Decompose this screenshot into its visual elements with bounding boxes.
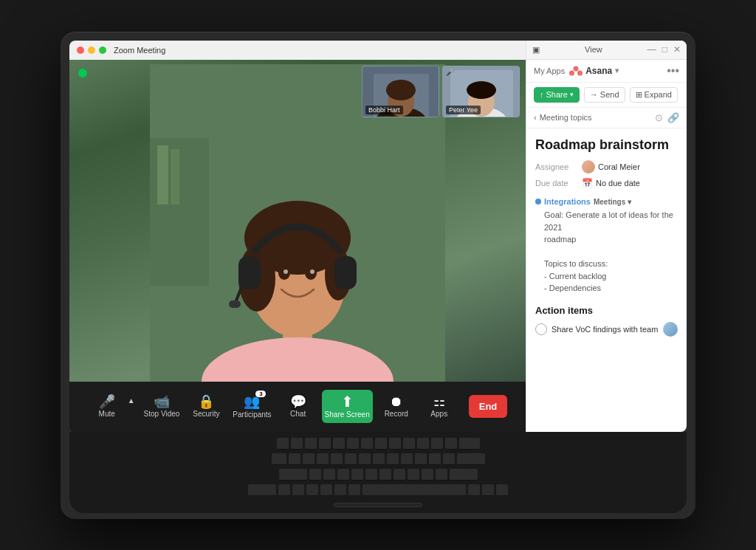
zoom-titlebar: Zoom Meeting	[69, 41, 526, 60]
titlebar-maximize[interactable]: □	[662, 44, 667, 55]
stop-video-button[interactable]: 📹 Stop Video	[141, 391, 183, 422]
end-meeting-button[interactable]: End	[469, 395, 508, 418]
key	[361, 438, 373, 450]
assignee-avatar	[582, 160, 595, 173]
svg-rect-15	[334, 256, 357, 289]
online-indicator	[78, 69, 87, 78]
key	[345, 453, 357, 465]
integrations-section: Integrations Meetings ▾ Goal: Generate a…	[535, 197, 678, 295]
svg-point-12	[284, 269, 288, 274]
share-button[interactable]: ↑ Share ▾	[534, 87, 580, 103]
nav-link-icon[interactable]: 🔗	[667, 112, 679, 123]
task-meta: Assignee Coral Meier Due date 📅 No due d…	[535, 160, 678, 188]
key	[450, 469, 478, 481]
record-label: Record	[385, 410, 408, 418]
action-item-check[interactable]	[535, 323, 547, 335]
key	[272, 453, 286, 465]
maximize-button[interactable]	[99, 47, 106, 54]
titlebar-minimize[interactable]: —	[647, 44, 656, 55]
expand-button[interactable]: ⊞ Expand	[630, 87, 678, 103]
meeting-topics-link[interactable]: ‹ Meeting topics	[534, 113, 592, 122]
description-line-4: - Current backlog	[544, 272, 606, 281]
key	[422, 469, 433, 481]
asana-app-name: Asana	[585, 66, 612, 76]
key	[445, 438, 457, 450]
titlebar-close[interactable]: ✕	[673, 44, 681, 55]
shift-key	[248, 484, 276, 496]
close-button[interactable]	[77, 47, 84, 54]
record-button[interactable]: ⏺ Record	[377, 391, 416, 422]
key	[289, 453, 300, 465]
peter-yee-mic-icon: 🎤	[446, 69, 454, 76]
key	[373, 453, 385, 465]
key	[359, 453, 371, 465]
app-selector[interactable]: My Apps Asana ▾	[534, 64, 619, 78]
asana-app-header: My Apps Asana ▾ •••	[526, 60, 687, 83]
asana-titlebar: ▣ View — □ ✕	[526, 41, 687, 60]
key	[365, 469, 377, 481]
key	[387, 453, 399, 465]
key	[347, 438, 359, 450]
calendar-icon: 📅	[582, 178, 593, 188]
chat-icon: 💬	[290, 395, 306, 408]
asana-breadcrumb-nav: ‹ Meeting topics ⊙ 🔗	[526, 108, 687, 128]
security-button[interactable]: 🔒 Security	[187, 391, 225, 422]
assignee-row: Assignee Coral Meier	[535, 160, 678, 173]
description-line-1: Goal: Generate a lot of ideas for the 20…	[544, 210, 673, 232]
svg-rect-3	[171, 149, 179, 204]
tablet-body: Zoom Meeting	[61, 32, 695, 519]
due-date-label: Due date	[535, 179, 576, 188]
chat-button[interactable]: 💬 Chat	[279, 391, 317, 422]
key	[443, 453, 455, 465]
share-screen-button[interactable]: ⬆ Share Screen	[322, 390, 373, 423]
integrations-content: Goal: Generate a lot of ideas for the 20…	[535, 209, 678, 295]
thumbnail-peter-yee[interactable]: 🎤 Peter Yee	[442, 66, 520, 117]
action-item-1-text: Share VoC findings with team	[551, 325, 658, 334]
assignee-value: Coral Meier	[582, 160, 640, 173]
key	[457, 453, 485, 465]
action-item-assignee-avatar	[663, 322, 678, 337]
task-title: Roadmap brainstorm	[535, 137, 678, 154]
key	[279, 469, 307, 481]
nav-action-icons: ⊙ 🔗	[655, 112, 679, 123]
key	[401, 453, 413, 465]
key	[309, 469, 321, 481]
keyboard	[69, 432, 687, 513]
participant-thumbnails: Bobbi Hart	[362, 66, 520, 117]
key	[331, 453, 343, 465]
apps-label: Apps	[430, 410, 447, 418]
key	[334, 484, 346, 496]
key	[323, 469, 335, 481]
apps-button[interactable]: ⚏ Apps	[420, 391, 458, 422]
key	[496, 484, 508, 496]
touchpad[interactable]	[334, 503, 422, 507]
assignee-name: Coral Meier	[598, 162, 640, 171]
send-button[interactable]: → Send	[584, 87, 625, 103]
asana-more-button[interactable]: •••	[667, 64, 679, 78]
send-icon: →	[590, 90, 598, 99]
mute-button[interactable]: 🎤 Mute	[88, 391, 126, 422]
key	[408, 469, 419, 481]
participants-badge-container: 👥 3	[244, 395, 260, 409]
keyboard-row-3	[279, 469, 478, 481]
key	[417, 438, 429, 450]
thumbnail-bobbi-hart[interactable]: Bobbi Hart	[362, 66, 439, 117]
description-line-3: Topics to discuss:	[544, 259, 608, 268]
meeting-topics-label: Meeting topics	[540, 113, 592, 122]
meetings-tag: Meetings ▾	[594, 198, 631, 206]
bobbi-hart-label: Bobbi Hart	[365, 106, 403, 114]
minimize-button[interactable]	[88, 47, 95, 54]
mute-chevron[interactable]: ▲	[126, 396, 137, 405]
nav-check-icon[interactable]: ⊙	[655, 112, 663, 123]
keyboard-row-1	[277, 438, 480, 450]
key	[403, 438, 415, 450]
spacebar	[362, 484, 466, 496]
due-date-row: Due date 📅 No due date	[535, 178, 678, 188]
svg-rect-14	[238, 256, 261, 289]
participants-button[interactable]: 👥 3 Participants	[230, 391, 274, 423]
svg-point-13	[310, 269, 315, 274]
key	[277, 438, 289, 450]
key	[431, 438, 443, 450]
security-label: Security	[193, 410, 219, 418]
asana-window-icon: ▣	[532, 45, 540, 55]
